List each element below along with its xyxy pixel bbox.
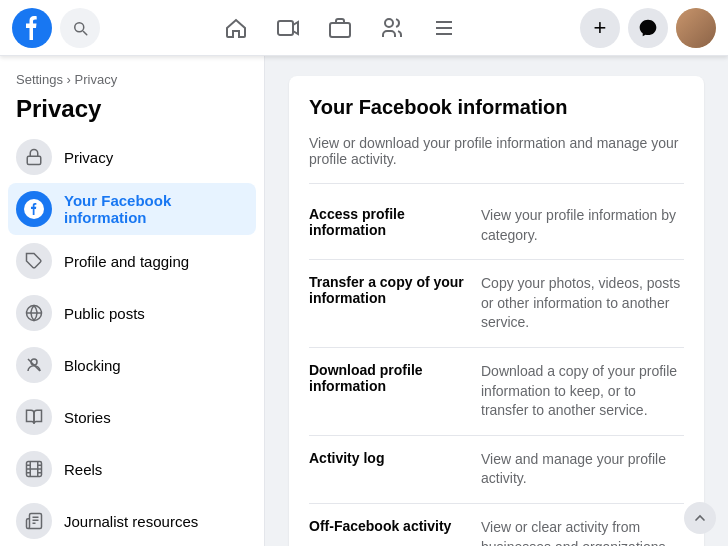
info-row-label: Transfer a copy of your information [309,274,469,333]
store-nav-button[interactable] [316,4,364,52]
nav-left [12,8,100,48]
svg-rect-8 [27,156,41,164]
menu-icon [432,16,456,40]
svg-rect-3 [330,23,350,37]
search-button[interactable] [60,8,100,48]
groups-icon [380,16,404,40]
sidebar-item-public-posts[interactable]: Public posts [8,287,256,339]
groups-nav-button[interactable] [368,4,416,52]
info-row-label: Off-Facebook activity [309,518,469,546]
home-icon [224,16,248,40]
store-icon [328,16,352,40]
sidebar-item-journalist-resources[interactable]: Journalist resources [8,495,256,546]
menu-nav-button[interactable] [420,4,468,52]
your-facebook-information-icon [16,191,52,227]
info-row-access-profile[interactable]: Access profile informationView your prof… [309,192,684,260]
svg-point-4 [385,19,393,27]
search-icon [71,19,89,37]
info-row-label: Activity log [309,450,469,489]
lock-icon [25,148,43,166]
sidebar-item-reels[interactable]: Reels [8,443,256,495]
scroll-to-top-button[interactable] [684,502,716,534]
book-icon [25,408,43,426]
content-subtitle: View or download your profile informatio… [309,135,684,184]
sidebar-item-stories[interactable]: Stories [8,391,256,443]
svg-marker-2 [293,22,298,34]
sidebar-item-label: Stories [64,409,111,426]
info-row-label: Download profile information [309,362,469,421]
breadcrumb: Settings › Privacy [0,64,264,91]
reels-icon [16,451,52,487]
info-row-description: Copy your photos, videos, posts or other… [481,274,684,333]
sidebar-item-label: Your Facebook information [64,192,248,226]
video-nav-button[interactable] [264,4,312,52]
home-nav-button[interactable] [212,4,260,52]
info-row-description: Download a copy of your profile informat… [481,362,684,421]
sidebar-item-privacy[interactable]: Privacy [8,131,256,183]
tag-icon [25,252,43,270]
globe-icon [25,304,43,322]
avatar[interactable] [676,8,716,48]
newspaper-icon [25,512,43,530]
nav-center [212,4,468,52]
sidebar-item-label: Journalist resources [64,513,198,530]
sidebar-item-your-facebook-information[interactable]: Your Facebook information [8,183,256,235]
info-row-transfer-copy[interactable]: Transfer a copy of your informationCopy … [309,260,684,348]
content-card: Your Facebook information View or downlo… [289,76,704,546]
facebook-logo[interactable] [12,8,52,48]
info-row-description: View or clear activity from businesses a… [481,518,684,546]
sidebar-title: Privacy [0,91,264,131]
sidebar: Settings › Privacy Privacy PrivacyYour F… [0,56,265,546]
info-row-description: View your profile information by categor… [481,206,684,245]
nav-right: + [580,8,716,48]
top-navigation: + [0,0,728,56]
sidebar-item-blocking[interactable]: Blocking [8,339,256,391]
info-row-off-facebook[interactable]: Off-Facebook activityView or clear activ… [309,504,684,546]
film-icon [25,460,43,478]
messenger-button[interactable] [628,8,668,48]
sidebar-items-container: PrivacyYour Facebook informationProfile … [0,131,264,546]
add-button[interactable]: + [580,8,620,48]
privacy-icon [16,139,52,175]
info-row-label: Access profile information [309,206,469,245]
chevron-up-icon [692,510,708,526]
journalist-resources-icon [16,503,52,539]
sidebar-item-label: Reels [64,461,102,478]
main-content: Your Facebook information View or downlo… [265,56,728,546]
info-rows-container: Access profile informationView your prof… [309,192,684,546]
info-row-download-profile[interactable]: Download profile informationDownload a c… [309,348,684,436]
profile-and-tagging-icon [16,243,52,279]
messenger-icon [638,18,658,38]
sidebar-item-profile-and-tagging[interactable]: Profile and tagging [8,235,256,287]
block-icon [25,356,43,374]
svg-rect-1 [278,21,293,35]
sidebar-item-label: Blocking [64,357,121,374]
stories-icon [16,399,52,435]
svg-line-14 [28,359,40,371]
page-title: Your Facebook information [309,96,684,119]
blocking-icon [16,347,52,383]
info-row-description: View and manage your profile activity. [481,450,684,489]
sidebar-item-label: Privacy [64,149,113,166]
sidebar-item-label: Profile and tagging [64,253,189,270]
video-icon [276,16,300,40]
sidebar-item-label: Public posts [64,305,145,322]
public-posts-icon [16,295,52,331]
info-row-activity-log[interactable]: Activity logView and manage your profile… [309,436,684,504]
page-container: Settings › Privacy Privacy PrivacyYour F… [0,56,728,546]
settings-link[interactable]: Settings › Privacy [16,72,117,87]
